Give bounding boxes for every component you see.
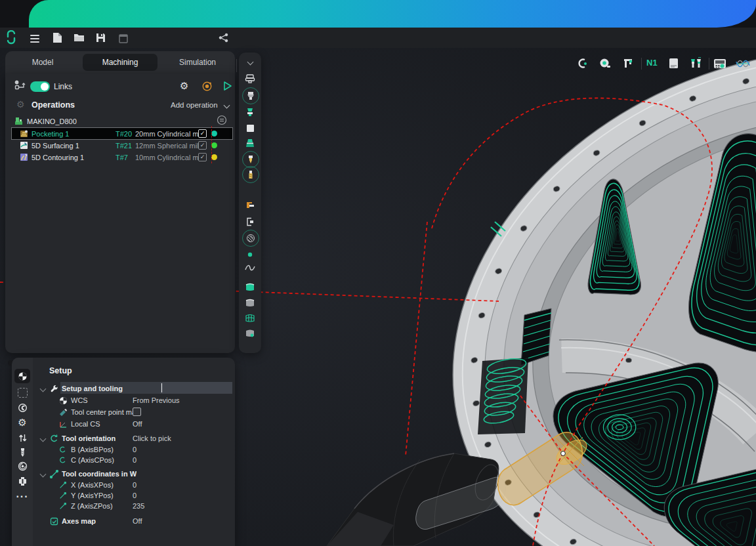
document-icon	[117, 32, 130, 45]
save-button[interactable]	[94, 31, 107, 44]
setup-row[interactable]: Local CS Off	[33, 419, 230, 429]
measure-tape-icon[interactable]	[598, 56, 612, 71]
workpiece-icon[interactable]	[243, 136, 257, 150]
machining-items-toolbar	[239, 52, 261, 353]
add-operation-caret-icon[interactable]	[224, 102, 230, 109]
collapse-chevron-icon[interactable]	[243, 56, 257, 70]
caliper-icon[interactable]	[621, 56, 635, 71]
setup-panel: ⚙ ··· Setup Setup and tooling	[12, 358, 235, 546]
surface-gray-icon[interactable]	[243, 297, 257, 310]
surface-teal-icon[interactable]	[243, 281, 257, 294]
machine-name: MAKINO_D800	[27, 117, 77, 125]
surface-grid-icon[interactable]	[243, 312, 257, 325]
menu-button[interactable]	[28, 32, 41, 45]
machine-sim-icon[interactable]	[201, 81, 213, 94]
setup-row-group[interactable]: Axes map Off	[33, 516, 230, 526]
app-window: Aerospace Part_S Model Machining Simulat…	[0, 0, 756, 546]
links-toggle[interactable]	[30, 81, 50, 92]
group-value-field[interactable]	[160, 382, 232, 394]
setup-row[interactable]: Tool center point man	[33, 407, 230, 417]
axis-trace-overlay	[211, 126, 212, 163]
decorative-gradient-bar	[29, 0, 756, 28]
sidebar-selection-icon[interactable]	[16, 387, 29, 398]
tab-simulation[interactable]: Simulation	[160, 54, 235, 71]
setup-row-group[interactable]: Setup and tooling	[33, 383, 230, 394]
setup-row-group[interactable]: Tool orientation Click to pick	[33, 433, 230, 444]
setup-row[interactable]: Y (AxisYPos) 0	[33, 490, 230, 501]
machining-settings-gear-icon[interactable]: ⚙	[180, 80, 188, 92]
fixture-icon[interactable]	[243, 199, 257, 212]
enabled-checkbox[interactable]: ✓	[198, 153, 207, 161]
share-icon[interactable]	[217, 31, 230, 44]
rim-toolpath-patch	[521, 308, 551, 365]
setup-panel-title: Setup	[49, 366, 72, 375]
snap-magnet-icon[interactable]	[575, 56, 589, 71]
setup-row[interactable]: C (AxisCPos) 0	[33, 455, 230, 465]
setup-row[interactable]: X (AxisXPos) 0	[33, 480, 230, 490]
tool-holder-icon[interactable]	[242, 87, 259, 104]
tool-pair-icon[interactable]	[689, 56, 704, 71]
add-operation-button[interactable]: Add operation	[171, 101, 218, 109]
operation-row-contouring[interactable]: 5D Contouring 1 T#7 10mm Cylindrical mil…	[12, 152, 232, 163]
app-logo	[5, 31, 18, 44]
curve-feature-icon[interactable]	[243, 261, 257, 274]
nc-code-button[interactable]: N1	[646, 58, 658, 68]
status-dot	[211, 131, 217, 136]
mode-tabs: Model Machining Simulation	[5, 51, 235, 74]
spindle-head-icon[interactable]	[243, 72, 257, 85]
graph-icon[interactable]	[736, 56, 750, 71]
tab-model[interactable]: Model	[5, 54, 80, 71]
mesh-feature-icon[interactable]	[242, 230, 259, 247]
frame-feature-icon[interactable]	[243, 215, 257, 228]
helix-toolpath	[478, 356, 528, 434]
status-dot	[211, 154, 217, 160]
sidebar-more-icon[interactable]: ···	[16, 491, 29, 503]
point-feature-icon[interactable]	[243, 248, 257, 261]
stock-icon[interactable]	[243, 121, 257, 135]
endmill-tool-icon[interactable]	[242, 166, 259, 183]
sidebar-holder-icon[interactable]	[16, 475, 29, 487]
surface-point-icon[interactable]	[243, 327, 257, 340]
status-dot	[211, 142, 217, 148]
sidebar-comet-icon[interactable]	[16, 402, 29, 413]
setup-sidebar: ⚙ ···	[12, 358, 33, 546]
tab-machining[interactable]: Machining	[83, 54, 158, 71]
workpiece-tool-icon[interactable]	[243, 106, 257, 119]
stock-doc-icon[interactable]	[666, 56, 681, 71]
sidebar-tool-icon[interactable]	[16, 446, 29, 458]
open-file-button[interactable]	[72, 31, 85, 44]
setup-row-group[interactable]: Tool coordinates in W	[33, 469, 230, 479]
operation-row-surfacing[interactable]: 5D Surfacing 1 T#21 12mm Spherical mil ✓	[12, 140, 232, 151]
enabled-checkbox[interactable]: ✓	[198, 129, 207, 138]
sidebar-feed-icon[interactable]	[16, 460, 29, 472]
setup-row[interactable]: Z (AxisZPos) 235	[33, 501, 230, 511]
operation-row-pocketing[interactable]: Pocketing 1 T#20 20mm Cylindrical m ✓	[12, 128, 232, 139]
run-button[interactable]	[222, 81, 232, 94]
setup-row[interactable]: WCS From Previous	[33, 395, 230, 406]
tcp-checkbox[interactable]	[133, 408, 141, 416]
links-node-icon	[14, 80, 26, 93]
control-panel-icon[interactable]	[713, 56, 727, 71]
sidebar-wcs-icon[interactable]	[14, 369, 30, 383]
new-file-button[interactable]	[51, 31, 64, 44]
machine-row[interactable]: MAKINO_D800	[12, 116, 232, 127]
machine-menu-icon[interactable]	[217, 115, 227, 128]
operations-title: Operations	[32, 100, 75, 110]
links-label: Links	[54, 82, 72, 91]
sidebar-limits-icon[interactable]	[16, 432, 29, 444]
main-toolbar: Aerospace Part_S	[0, 28, 756, 48]
setup-row[interactable]: B (AxisBPos) 0	[33, 444, 230, 455]
sidebar-settings-gear-icon[interactable]: ⚙	[16, 417, 29, 429]
tool-tip-point[interactable]	[561, 452, 566, 456]
operations-panel: Links ⚙ ⚙ Operations Add operation MAKIN…	[5, 74, 235, 353]
enabled-checkbox[interactable]: ✓	[198, 141, 207, 150]
operations-gear-icon: ⚙	[16, 99, 25, 110]
